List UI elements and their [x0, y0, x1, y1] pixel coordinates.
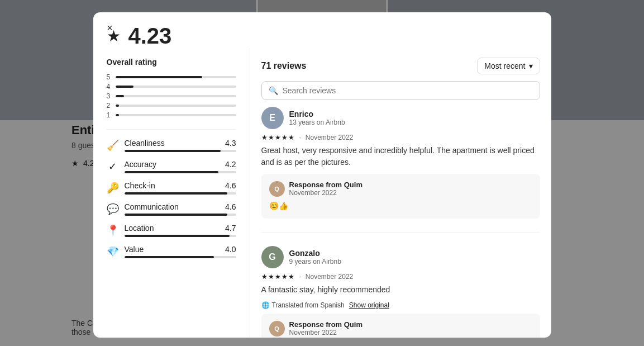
category-rows: 🧹 Cleanliness 4.3 ✓ Accuracy 4.2 🔑 Che	[107, 139, 236, 258]
category-bar-bg	[125, 171, 236, 173]
review-stars: ★★★★★	[261, 273, 295, 281]
category-name: Cleanliness	[125, 139, 165, 148]
response-from-label: Response from Quim	[289, 320, 362, 329]
star-count-label: 1	[107, 111, 111, 119]
search-icon: 🔍	[269, 86, 278, 95]
dot-separator: ·	[299, 134, 301, 141]
category-score: 4.0	[225, 245, 236, 254]
response-meta: Response from Quim November 2022	[289, 320, 362, 336]
review-date: November 2022	[306, 273, 353, 281]
star-bar-fill	[116, 105, 119, 107]
review-stars: ★★★★★	[261, 134, 295, 141]
category-row: 💬 Communication 4.6	[107, 202, 236, 216]
modal-header: ★ 4.23	[93, 12, 551, 49]
review-item: E Enrico 13 years on Airbnb ★★★★★ · Nove…	[261, 107, 540, 233]
category-row: 📍 Location 4.7	[107, 224, 236, 237]
review-text: A fantastic stay, highly recommended	[261, 284, 540, 296]
category-score: 4.6	[225, 202, 236, 211]
category-bar-fill	[125, 235, 230, 237]
review-meta: ★★★★★ · November 2022	[261, 273, 540, 281]
star-count-row: 2	[107, 102, 236, 110]
modal-rating-number: 4.23	[128, 23, 172, 49]
response-header: Q Response from Quim November 2022	[269, 181, 532, 197]
star-counts: 5 4 3 2 1	[107, 73, 236, 119]
category-bar-bg	[125, 214, 236, 216]
left-panel: Overall rating 5 4 3 2 1	[93, 49, 250, 338]
category-name: Value	[125, 245, 144, 254]
reviews-list: E Enrico 13 years on Airbnb ★★★★★ · Nove…	[250, 107, 551, 338]
review-text: Great host, very responsive and incredib…	[261, 145, 540, 168]
reviews-modal: × ★ 4.23 Overall rating 5 4 3 2 1	[93, 12, 551, 338]
category-bar-bg	[125, 150, 236, 152]
reviewer-row: G Gonzalo 9 years on Airbnb	[261, 246, 540, 268]
globe-icon: 🌐	[261, 301, 270, 309]
category-bar-fill	[125, 150, 221, 152]
search-bar: 🔍	[261, 81, 540, 100]
sort-dropdown[interactable]: Most recent ▾	[477, 58, 540, 74]
close-button[interactable]: ×	[102, 20, 118, 36]
reviewer-avatar: E	[261, 107, 284, 129]
category-name: Check-in	[125, 181, 155, 190]
category-info: Location 4.7	[125, 224, 236, 237]
category-bar-fill	[125, 214, 227, 216]
review-date: November 2022	[306, 134, 353, 141]
category-name: Communication	[125, 202, 179, 211]
category-bar-bg	[125, 256, 236, 258]
modal-body: Overall rating 5 4 3 2 1	[93, 49, 551, 338]
reviewer-info: Enrico 13 years on Airbnb	[289, 110, 540, 126]
category-bar-fill	[125, 171, 218, 173]
category-icon: 🔑	[107, 182, 119, 194]
category-row: 🔑 Check-in 4.6	[107, 181, 236, 195]
reviewer-row: E Enrico 13 years on Airbnb	[261, 107, 540, 129]
sort-label: Most recent	[484, 61, 525, 70]
response-date: November 2022	[289, 329, 362, 336]
category-info: Accuracy 4.2	[125, 160, 236, 173]
reviewer-name: Gonzalo	[289, 249, 540, 258]
category-icon: 💎	[107, 245, 119, 258]
category-score: 4.2	[225, 160, 236, 169]
category-bar-fill	[125, 192, 227, 195]
category-info: Value 4.0	[125, 245, 236, 258]
star-bar-bg	[116, 76, 236, 78]
star-count-row: 1	[107, 111, 236, 119]
review-item: G Gonzalo 9 years on Airbnb ★★★★★ · Nove…	[261, 246, 540, 338]
star-count-label: 5	[107, 73, 111, 81]
category-info: Check-in 4.6	[125, 181, 236, 195]
category-info: Cleanliness 4.3	[125, 139, 236, 152]
reviewer-info: Gonzalo 9 years on Airbnb	[289, 249, 540, 266]
divider-1	[107, 129, 236, 130]
reviews-header: 71 reviews Most recent ▾	[250, 49, 551, 81]
reviewer-years: 13 years on Airbnb	[289, 119, 540, 126]
category-score: 4.3	[225, 139, 236, 148]
category-row: ✓ Accuracy 4.2	[107, 160, 236, 173]
star-count-row: 3	[107, 92, 236, 100]
response-header: Q Response from Quim November 2022	[269, 320, 532, 336]
category-icon: 💬	[107, 203, 119, 215]
star-bar-fill	[116, 86, 133, 88]
chevron-down-icon: ▾	[529, 61, 533, 70]
star-count-row: 4	[107, 83, 236, 91]
star-bar-bg	[116, 105, 236, 107]
reviews-count-label: 71 reviews	[261, 61, 307, 71]
star-count-label: 4	[107, 83, 111, 91]
category-icon: 🧹	[107, 139, 119, 151]
reviewer-years: 9 years on Airbnb	[289, 258, 540, 266]
response-block: Q Response from Quim November 2022 😊👍	[261, 174, 540, 219]
overall-rating-label: Overall rating	[107, 58, 236, 67]
response-avatar: Q	[269, 321, 285, 336]
review-meta: ★★★★★ · November 2022	[261, 134, 540, 141]
response-date: November 2022	[289, 189, 362, 197]
category-bar-bg	[125, 192, 236, 195]
show-original-link[interactable]: Show original	[349, 301, 389, 309]
star-count-label: 2	[107, 102, 111, 110]
category-row: 🧹 Cleanliness 4.3	[107, 139, 236, 152]
category-name: Accuracy	[125, 160, 157, 169]
star-bar-bg	[116, 86, 236, 88]
category-score: 4.7	[225, 224, 236, 233]
category-icon: 📍	[107, 224, 119, 236]
search-input[interactable]	[283, 86, 533, 95]
category-score: 4.6	[225, 181, 236, 190]
star-bar-bg	[116, 95, 236, 97]
response-meta: Response from Quim November 2022	[289, 181, 362, 197]
right-panel: 71 reviews Most recent ▾ 🔍 E Enrico 13 y…	[250, 49, 551, 338]
